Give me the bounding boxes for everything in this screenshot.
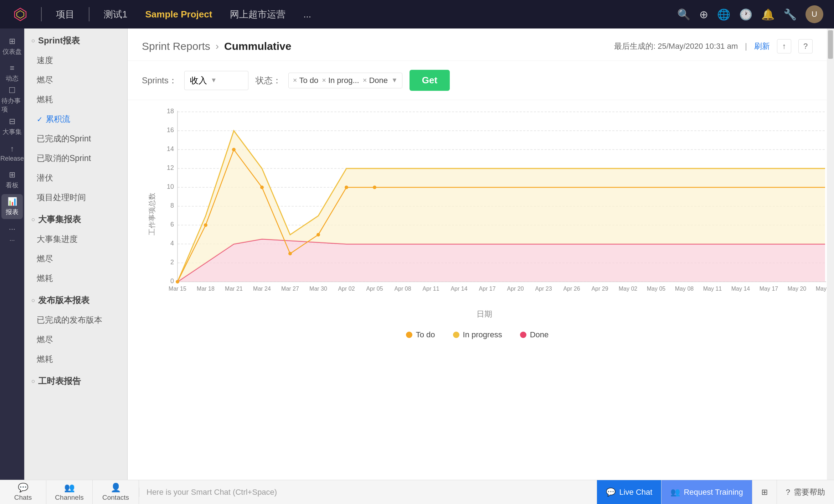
- sidebar-item-epic[interactable]: ⊟ 大事集: [1, 114, 23, 139]
- legend-label-done: Done: [530, 330, 549, 339]
- inprogress-x-btn[interactable]: ×: [322, 76, 326, 84]
- y-axis-label: 工作事项总数: [147, 193, 157, 235]
- svg-text:May 08: May 08: [675, 286, 694, 292]
- svg-text:Apr 05: Apr 05: [366, 286, 383, 292]
- timesheet-reports-section-header[interactable]: ○ 工时表报告: [24, 369, 127, 391]
- more-icon: ···: [9, 224, 15, 234]
- burnup1-label: 燃耗: [37, 94, 53, 105]
- sidebar-item-more[interactable]: ··· ...: [1, 221, 23, 246]
- sidebar-item-completed-sprint[interactable]: 已完成的Sprint: [24, 129, 127, 149]
- done-x-btn[interactable]: ×: [363, 76, 367, 84]
- settings-icon[interactable]: 🔧: [783, 8, 797, 21]
- globe-icon[interactable]: 🌐: [717, 8, 730, 21]
- svg-text:Mar 27: Mar 27: [281, 286, 299, 292]
- chat-input-area[interactable]: Here is your Smart Chat (Ctrl+Space): [139, 488, 597, 497]
- request-training-button[interactable]: 👥 Request Training: [661, 480, 752, 504]
- epic-reports-section-label: 大事集报表: [38, 214, 81, 225]
- top-nav: 项目 测试1 Sample Project 网上超市运营 ... 🔍 ⊕ 🌐 🕐…: [0, 0, 834, 28]
- sprint-reports-section-label: Sprint报表: [38, 35, 80, 46]
- sidebar-item-velocity[interactable]: 速度: [24, 51, 127, 70]
- channels-label: Channels: [55, 494, 83, 502]
- release-reports-section-header[interactable]: ○ 发布版本报表: [24, 288, 127, 310]
- plus-circle-icon[interactable]: ⊕: [699, 8, 708, 21]
- app-logo[interactable]: [11, 5, 30, 24]
- inprogress-tag-label: In prog...: [328, 76, 359, 85]
- breadcrumb-parent[interactable]: Sprint Reports: [142, 40, 210, 52]
- todo-x-btn[interactable]: ×: [293, 76, 297, 84]
- completed-release-label: 已完成的发布版本: [37, 315, 102, 326]
- breadcrumb: Sprint Reports › Cummulative: [142, 40, 614, 52]
- svg-text:May 14: May 14: [731, 286, 750, 292]
- burndown1-label: 燃尽: [37, 74, 53, 85]
- bottom-nav-contacts[interactable]: 👤 Contacts: [93, 480, 139, 504]
- sidebar-item-todo[interactable]: ☐ 待办事项: [1, 87, 23, 112]
- sidebar-item-processing-time[interactable]: 项目处理时间: [24, 188, 127, 207]
- chart-svg-container: 0 2 4 6 8 10 12 14 16 18 Mar 15 Mar 18 M…: [156, 107, 813, 309]
- right-scroll[interactable]: [827, 28, 834, 480]
- svg-text:14: 14: [167, 145, 174, 152]
- nav-item-more[interactable]: ...: [300, 7, 315, 22]
- status-tag-done[interactable]: × Done: [363, 76, 388, 85]
- refresh-button[interactable]: 刷新: [754, 41, 770, 52]
- sidebar-item-reports[interactable]: 📊 报表: [1, 194, 23, 219]
- epic-reports-section-header[interactable]: ○ 大事集报表: [24, 207, 127, 229]
- nav-item-supermarket[interactable]: 网上超市运营: [226, 6, 289, 22]
- sprints-dropdown[interactable]: 收入 ▼: [184, 71, 248, 90]
- sprint-reports-section-header[interactable]: ○ Sprint报表: [24, 28, 127, 51]
- sidebar-item-completed-release[interactable]: 已完成的发布版本: [24, 310, 127, 330]
- status-tag-todo[interactable]: × To do: [293, 76, 319, 85]
- search-icon[interactable]: 🔍: [677, 8, 690, 21]
- grid-button[interactable]: ⊞: [752, 480, 777, 504]
- avatar[interactable]: U: [805, 5, 823, 23]
- svg-text:May 02: May 02: [619, 286, 638, 292]
- activity-icon: ≡: [10, 63, 15, 73]
- status-filter-arrow[interactable]: ▼: [391, 77, 398, 84]
- help-circle-icon: ?: [786, 488, 790, 497]
- live-chat-button[interactable]: 💬 Live Chat: [597, 480, 661, 504]
- bell-icon[interactable]: 🔔: [761, 8, 774, 21]
- sidebar-item-burndown3[interactable]: 燃尽: [24, 330, 127, 349]
- sidebar-item-dashboard[interactable]: ⊞ 仪表盘: [1, 34, 23, 59]
- help-bottom-button[interactable]: ? 需要帮助: [777, 480, 834, 504]
- sidebar-item-release[interactable]: ↑ Release: [1, 141, 23, 166]
- bottom-nav-channels[interactable]: 👥 Channels: [46, 480, 93, 504]
- channels-icon: 👥: [64, 483, 75, 493]
- sidebar-item-burndown1[interactable]: 燃尽: [24, 70, 127, 90]
- sidebar-item-burnup1[interactable]: 燃耗: [24, 90, 127, 109]
- export-button[interactable]: ↑: [777, 39, 791, 53]
- todo-label: 待办事项: [1, 97, 23, 114]
- release-reports-section-label: 发布版本报表: [38, 295, 89, 306]
- bottom-nav-chats[interactable]: 💬 Chats: [0, 480, 46, 504]
- sidebar-item-burnup3[interactable]: 燃耗: [24, 349, 127, 369]
- burnup2-label: 燃耗: [37, 273, 53, 284]
- clock-icon[interactable]: 🕐: [739, 8, 752, 21]
- nav-item-sample[interactable]: Sample Project: [141, 7, 216, 22]
- svg-text:Apr 29: Apr 29: [591, 286, 608, 292]
- svg-text:Apr 23: Apr 23: [535, 286, 552, 292]
- sidebar-item-latent[interactable]: 潜伏: [24, 168, 127, 188]
- content-header-right: 最后生成的: 25/May/2020 10:31 am | 刷新 ↑ ?: [614, 39, 813, 53]
- sidebar-item-burnup2[interactable]: 燃耗: [24, 269, 127, 288]
- nav-item-test1[interactable]: 测试1: [100, 6, 131, 22]
- epic-progress-label: 大事集进度: [37, 234, 78, 245]
- status-tag-inprogress[interactable]: × In prog...: [322, 76, 359, 85]
- chats-icon: 💬: [18, 483, 29, 493]
- sidebar-item-kanban[interactable]: ⊞ 看板: [1, 167, 23, 192]
- reports-icon: 📊: [7, 197, 17, 206]
- help-button[interactable]: ?: [798, 39, 813, 53]
- training-icon: 👥: [670, 488, 680, 497]
- sidebar-item-epic-progress[interactable]: 大事集进度: [24, 229, 127, 249]
- svg-text:12: 12: [167, 164, 174, 171]
- burndown3-label: 燃尽: [37, 334, 53, 345]
- svg-point-56: [373, 186, 376, 189]
- sidebar-item-burndown2[interactable]: 燃尽: [24, 249, 127, 269]
- nav-item-project[interactable]: 项目: [52, 6, 78, 22]
- sidebar-item-cancelled-sprint[interactable]: 已取消的Sprint: [24, 149, 127, 168]
- sidebar-item-activity[interactable]: ≡ 动态: [1, 61, 23, 85]
- sidebar-item-cumulative[interactable]: ✓ 累积流: [24, 109, 127, 129]
- get-button[interactable]: Get: [410, 70, 450, 91]
- collapse-icon-sprint: ○: [31, 37, 35, 45]
- chats-label: Chats: [14, 494, 32, 502]
- content-header: Sprint Reports › Cummulative 最后生成的: 25/M…: [128, 28, 827, 61]
- icon-sidebar: ⊞ 仪表盘 ≡ 动态 ☐ 待办事项 ⊟ 大事集 ↑ Release ⊞ 看板 📊…: [0, 28, 24, 480]
